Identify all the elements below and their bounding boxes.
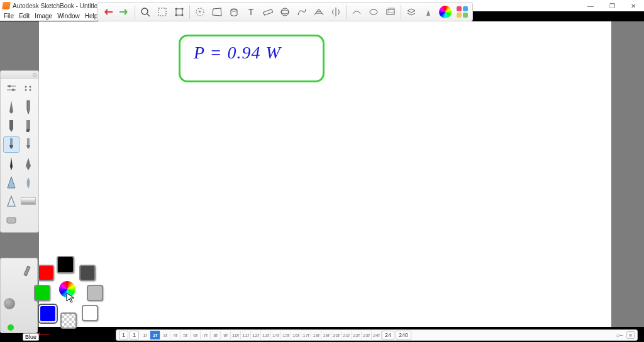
timeline-start[interactable]: 1 <box>119 331 128 339</box>
frame-17f[interactable]: 17f <box>301 331 311 339</box>
frame-4f[interactable]: 4f <box>170 331 180 339</box>
swatch-black[interactable] <box>57 256 74 273</box>
rect-shape-button[interactable] <box>383 4 398 19</box>
symmetry-button[interactable] <box>328 4 343 19</box>
timeline-pos[interactable]: 1 <box>130 331 139 339</box>
brush-nib[interactable] <box>20 155 36 172</box>
svg-point-24 <box>25 89 26 91</box>
brush-pencil[interactable] <box>3 99 19 115</box>
app-title: Autodesk SketchBook - Untitled <box>13 3 101 9</box>
ellipse-shape-button[interactable] <box>366 4 381 19</box>
transform-button[interactable] <box>172 4 187 19</box>
steady-stroke-button[interactable] <box>349 4 364 19</box>
frame-20f[interactable]: 20f <box>331 331 341 339</box>
fill-button[interactable] <box>226 4 242 19</box>
brush-cone[interactable] <box>3 174 19 190</box>
frame-11f[interactable]: 11f <box>241 331 251 339</box>
svg-rect-26 <box>26 120 30 129</box>
timeline-end[interactable]: 24 <box>382 331 394 339</box>
layers-button[interactable] <box>404 4 419 19</box>
crop-button[interactable] <box>155 4 170 19</box>
zoom-button[interactable] <box>138 4 153 19</box>
brush-properties-icon[interactable] <box>3 80 19 96</box>
timeline-frames[interactable]: 1f 2f 3f 4f 5f 6f 7f 8f 9f 10f 11f 12f 1… <box>140 331 382 339</box>
maximize-button[interactable]: ❐ <box>601 0 623 11</box>
frame-15f[interactable]: 15f <box>281 331 291 339</box>
frame-8f[interactable]: 8f <box>211 331 221 339</box>
text-button[interactable]: T <box>243 4 258 19</box>
frame-9f[interactable]: 9f <box>221 331 231 339</box>
menu-edit[interactable]: Edit <box>16 13 32 19</box>
swatch-transparent[interactable] <box>60 312 77 329</box>
swatch-white[interactable] <box>82 305 98 321</box>
french-curve-button[interactable] <box>294 4 309 19</box>
brush-triangle[interactable] <box>3 193 19 209</box>
timeline-menu-icon[interactable]: ≡ <box>626 331 635 339</box>
swatch-green[interactable] <box>34 285 50 301</box>
frame-10f[interactable]: 10f <box>231 331 241 339</box>
brush-smudge[interactable] <box>20 174 36 190</box>
frame-1f[interactable]: 1f <box>140 331 150 339</box>
brush-gradient[interactable] <box>20 193 36 209</box>
svg-point-22 <box>25 86 26 88</box>
frame-2f[interactable]: 2f <box>150 331 160 339</box>
svg-point-20 <box>8 85 11 87</box>
distort-button[interactable] <box>209 4 225 19</box>
brush-icon-button[interactable] <box>421 4 436 19</box>
brush-techpen[interactable] <box>20 99 36 115</box>
color-wheel-button[interactable] <box>438 4 453 19</box>
lasso-add-button[interactable]: + <box>192 4 208 19</box>
keyframe-icon[interactable]: ⌕━ <box>616 332 623 338</box>
frame-24f[interactable]: 24f <box>372 331 382 339</box>
frame-3f[interactable]: 3f <box>160 331 170 339</box>
brush-ink[interactable] <box>3 155 19 172</box>
puck-undo-icon[interactable]: ⟵ <box>38 329 50 339</box>
undo-button[interactable] <box>100 4 115 19</box>
brush-airbrush-hard[interactable] <box>20 136 36 153</box>
brush-eraser[interactable] <box>3 212 19 228</box>
menu-window[interactable]: Window <box>55 13 82 19</box>
perspective-button[interactable] <box>311 4 326 19</box>
timeline-bar: 1 1 1f 2f 3f 4f 5f 6f 7f 8f 9f 10f 11f 1… <box>116 329 638 341</box>
swatch-blue[interactable] <box>39 305 57 323</box>
timeline-total[interactable]: 240 <box>396 331 411 339</box>
frame-21f[interactable]: 21f <box>341 331 352 339</box>
brush-library-icon[interactable] <box>20 80 36 96</box>
brush-size-puck[interactable] <box>4 298 15 309</box>
brush-paintbrush[interactable] <box>3 136 19 153</box>
frame-22f[interactable]: 22f <box>352 331 362 339</box>
redo-button[interactable] <box>117 4 132 19</box>
swatch-red[interactable] <box>38 265 54 281</box>
svg-rect-29 <box>7 218 16 223</box>
swatch-lightgray[interactable] <box>87 285 103 301</box>
brush-chisel[interactable] <box>20 118 36 134</box>
drawing-canvas[interactable] <box>39 21 611 327</box>
svg-point-6 <box>175 14 177 16</box>
frame-18f[interactable]: 18f <box>311 331 321 339</box>
swatch-darkgray[interactable] <box>79 265 96 281</box>
minimize-button[interactable]: — <box>580 0 601 11</box>
frame-23f[interactable]: 23f <box>362 331 372 339</box>
main-toolbar: + T <box>97 3 473 21</box>
ellipse-guide-button[interactable] <box>277 4 292 19</box>
frame-19f[interactable]: 19f <box>321 331 331 339</box>
menu-file[interactable]: File <box>1 13 16 19</box>
brush-marker[interactable] <box>3 118 19 134</box>
frame-13f[interactable]: 13f <box>261 331 271 339</box>
close-button[interactable]: ✕ <box>623 0 644 11</box>
ruler-button[interactable] <box>260 4 275 19</box>
frame-12f[interactable]: 12f <box>251 331 261 339</box>
color-wheel-center[interactable] <box>59 281 75 297</box>
brush-palette-header[interactable] <box>1 71 38 79</box>
svg-point-25 <box>29 89 31 91</box>
frame-16f[interactable]: 16f <box>291 331 301 339</box>
color-swatches <box>31 256 107 331</box>
menu-image[interactable]: Image <box>32 13 55 19</box>
library-button[interactable] <box>455 4 470 19</box>
svg-rect-28 <box>27 138 30 145</box>
frame-7f[interactable]: 7f <box>201 331 211 339</box>
frame-5f[interactable]: 5f <box>180 331 191 339</box>
frame-6f[interactable]: 6f <box>191 331 201 339</box>
frame-14f[interactable]: 14f <box>271 331 281 339</box>
svg-point-23 <box>29 86 31 88</box>
